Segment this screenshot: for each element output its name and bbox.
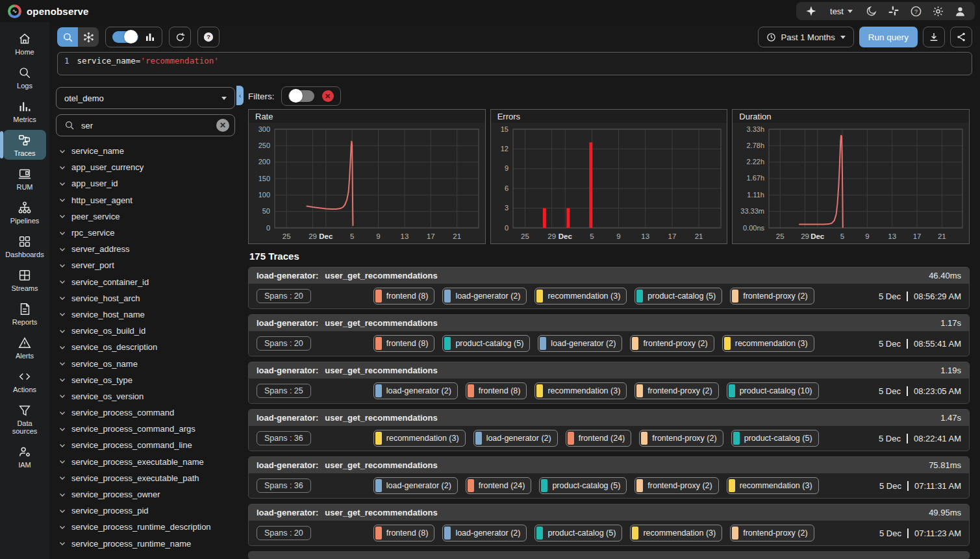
service-chip[interactable]: load-generator (2): [442, 288, 527, 304]
field-item[interactable]: service_host_name: [56, 306, 235, 323]
field-item[interactable]: service_process_runtime_description: [56, 519, 235, 535]
field-item[interactable]: service_process_command_line: [56, 437, 235, 453]
theme-toggle-button[interactable]: [862, 3, 881, 19]
service-chip[interactable]: recommendation (3): [534, 288, 627, 304]
trace-row[interactable]: load-generator:user_get_recommendations4…: [248, 267, 970, 309]
service-chip[interactable]: product-catalog (5): [539, 477, 627, 494]
sidebar-item-logs[interactable]: Logs: [3, 62, 46, 92]
clear-filters-icon[interactable]: ✕: [322, 90, 334, 102]
filters-toggle[interactable]: [288, 90, 314, 102]
histogram-toggle[interactable]: [112, 31, 138, 43]
sidebar-item-alerts[interactable]: Alerts: [3, 332, 46, 362]
field-item[interactable]: service_os_version: [56, 388, 235, 404]
sidebar-item-pipelines[interactable]: Pipelines: [3, 197, 46, 227]
field-item[interactable]: server_address: [56, 241, 235, 257]
service-chip[interactable]: product-catalog (10): [727, 382, 819, 399]
service-chip[interactable]: recommendation (3): [534, 382, 627, 399]
service-chip[interactable]: frontend (8): [466, 382, 527, 399]
service-chip[interactable]: frontend-proxy (2): [634, 477, 718, 494]
errors-chart[interactable]: 036912152529Dec59131721: [491, 123, 727, 243]
service-chip[interactable]: recommendation (3): [373, 430, 466, 447]
field-item[interactable]: service_process_pid: [56, 503, 235, 519]
field-item[interactable]: service_process_runtime_name: [56, 536, 235, 552]
field-item[interactable]: app_user_currency: [56, 159, 235, 175]
slack-button[interactable]: [884, 3, 903, 19]
collapse-fields-handle[interactable]: ‹: [236, 86, 244, 105]
trace-row-partial[interactable]: [248, 551, 970, 559]
service-chip[interactable]: load-generator (2): [373, 382, 458, 399]
field-item[interactable]: service_process_command_args: [56, 421, 235, 437]
service-chip[interactable]: frontend-proxy (2): [634, 382, 718, 399]
service-chip[interactable]: product-catalog (5): [634, 288, 722, 304]
clear-search-button[interactable]: ✕: [216, 119, 229, 132]
field-search-input[interactable]: [81, 121, 210, 130]
settings-button[interactable]: [928, 3, 948, 19]
service-chip[interactable]: recommendation (3): [722, 335, 814, 352]
service-chip[interactable]: product-catalog (5): [731, 430, 819, 447]
share-button[interactable]: [950, 27, 972, 47]
service-chip[interactable]: recommendation (3): [630, 525, 722, 541]
service-chip[interactable]: frontend (8): [373, 525, 435, 541]
run-query-button[interactable]: Run query: [859, 27, 918, 47]
trace-row[interactable]: load-generator:user_get_recommendations1…: [248, 314, 970, 356]
brand-logo[interactable]: ∿ openobserve: [8, 5, 89, 18]
stream-select[interactable]: otel_demo: [56, 87, 235, 109]
sidebar-item-actions[interactable]: Actions: [3, 366, 46, 396]
field-item[interactable]: service_process_executable_name: [56, 454, 235, 470]
ai-sparkle-button[interactable]: [801, 3, 821, 19]
service-chip[interactable]: load-generator (2): [473, 430, 558, 447]
field-item[interactable]: rpc_service: [56, 225, 235, 241]
rate-chart[interactable]: 0501001502002503002529Dec59131721: [249, 123, 485, 243]
field-item[interactable]: service_os_name: [56, 355, 235, 371]
sidebar-item-home[interactable]: Home: [3, 29, 46, 58]
field-item[interactable]: app_user_id: [56, 175, 235, 192]
trace-row[interactable]: load-generator:user_get_recommendations4…: [248, 504, 970, 546]
sidebar-item-rum[interactable]: RUM: [3, 164, 46, 193]
service-chip[interactable]: load-generator (2): [373, 477, 458, 494]
field-item[interactable]: service_os_description: [56, 339, 235, 355]
field-item[interactable]: service_container_id: [56, 274, 235, 290]
service-chip[interactable]: frontend (24): [566, 430, 632, 447]
reset-button[interactable]: [169, 27, 191, 47]
field-item[interactable]: http_user_agent: [56, 192, 235, 208]
query-editor[interactable]: 1 service_name='recommendation': [57, 52, 972, 75]
service-chip[interactable]: frontend (24): [466, 477, 532, 494]
service-chip[interactable]: product-catalog (5): [442, 335, 530, 352]
query-help-button[interactable]: ?: [197, 27, 220, 47]
sidebar-item-iam[interactable]: IAM: [3, 441, 46, 471]
sidebar-item-metrics[interactable]: Metrics: [3, 96, 46, 126]
field-item[interactable]: service_host_arch: [56, 290, 235, 306]
field-item[interactable]: service_os_build_id: [56, 323, 235, 339]
service-chip[interactable]: load-generator (2): [442, 525, 527, 541]
service-chip[interactable]: frontend (8): [373, 288, 435, 304]
service-chip[interactable]: frontend-proxy (2): [730, 525, 814, 541]
duration-chart[interactable]: 0.00ns33.33m1.11h1.67h2.22h2.78h3.33h252…: [733, 123, 969, 243]
field-item[interactable]: server_port: [56, 257, 235, 273]
sidebar-item-data-sources[interactable]: Data sources: [3, 400, 46, 438]
field-item[interactable]: service_process_executable_path: [56, 470, 235, 486]
search-mode-button[interactable]: [57, 27, 78, 47]
trace-row[interactable]: load-generator:user_get_recommendations7…: [248, 456, 970, 499]
service-chip[interactable]: frontend (8): [373, 335, 435, 352]
service-chip[interactable]: frontend-proxy (2): [639, 430, 723, 447]
profile-button[interactable]: [950, 3, 970, 19]
trace-row[interactable]: load-generator:user_get_recommendations1…: [248, 362, 970, 404]
trace-row[interactable]: load-generator:user_get_recommendations1…: [248, 409, 970, 451]
service-chip[interactable]: product-catalog (5): [534, 525, 622, 541]
field-item[interactable]: peer_service: [56, 208, 235, 225]
sidebar-item-dashboards[interactable]: Dashboards: [3, 231, 46, 261]
sidebar-item-traces[interactable]: Traces: [3, 130, 46, 160]
service-chip[interactable]: recommendation (3): [727, 477, 819, 494]
time-range-selector[interactable]: Past 1 Months: [758, 27, 854, 47]
service-chip[interactable]: frontend-proxy (2): [730, 288, 814, 304]
sidebar-item-streams[interactable]: Streams: [3, 265, 46, 295]
service-chip[interactable]: frontend-proxy (2): [630, 335, 714, 352]
field-item[interactable]: service_process_command: [56, 404, 235, 421]
sidebar-item-reports[interactable]: Reports: [3, 299, 46, 329]
field-item[interactable]: service_os_type: [56, 372, 235, 388]
org-selector[interactable]: test: [823, 6, 859, 16]
help-button[interactable]: ?: [906, 3, 925, 19]
field-item[interactable]: service_process_owner: [56, 486, 235, 503]
service-map-button[interactable]: [78, 27, 99, 47]
field-item[interactable]: service_name: [56, 143, 235, 159]
